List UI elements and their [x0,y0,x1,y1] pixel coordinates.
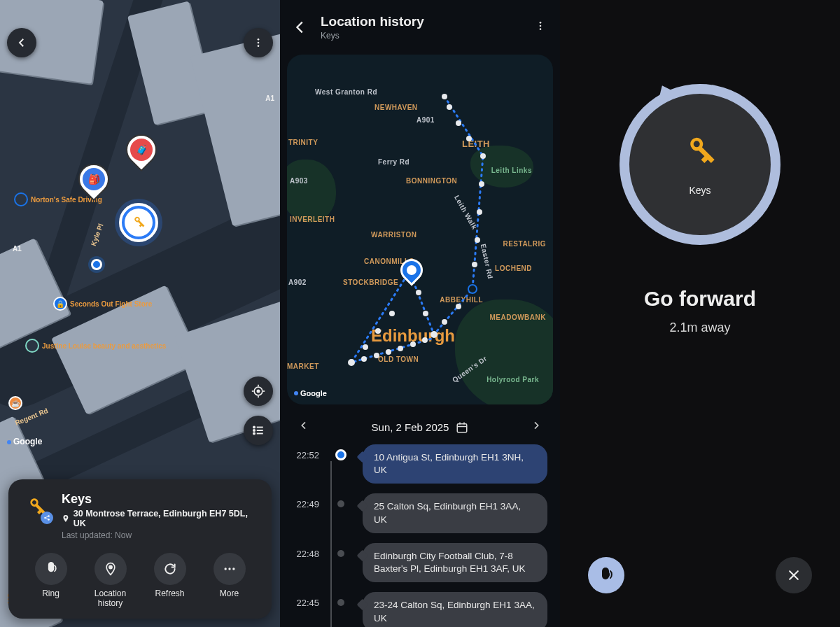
overflow-menu-button[interactable] [531,16,550,38]
page-subtitle: Keys [321,31,424,41]
tag-pin-suitcase[interactable]: 🧳 [120,128,163,171]
road-label-a1: A1 [13,245,22,253]
google-attribution: Google [7,437,42,446]
svg-point-13 [253,432,255,434]
header: Location history Keys [280,0,560,48]
page-title: Location history [321,14,424,29]
google-attribution: Google [294,389,327,397]
svg-point-28 [466,136,472,141]
svg-point-17 [48,519,50,521]
svg-point-36 [442,319,447,325]
user-location-dot [91,259,102,270]
calendar-icon[interactable] [456,421,468,434]
pin-icon [62,514,70,523]
poi-cafe[interactable]: ☕ [8,396,22,410]
tag-pin-keys-selected[interactable] [119,203,158,242]
svg-point-49 [422,337,428,343]
svg-point-43 [348,359,355,366]
svg-point-19 [224,568,226,570]
last-updated: Last updated: Now [62,530,259,540]
key-icon [21,492,52,523]
svg-point-2 [258,45,260,47]
svg-point-46 [386,349,391,355]
tag-name: Keys [689,185,710,196]
direction-instruction: Go forward [644,287,756,311]
svg-point-21 [232,568,234,570]
back-button[interactable] [7,28,36,57]
svg-rect-50 [458,423,468,432]
ring-action[interactable]: Ring [25,553,77,609]
next-day-button[interactable] [524,416,549,439]
road-label-a1b: A1 [265,94,274,102]
svg-point-18 [108,566,111,569]
svg-point-0 [258,38,260,41]
svg-point-48 [410,341,416,347]
date-selector: Sun, 2 Feb 2025 [280,404,560,444]
svg-point-30 [479,181,484,187]
direction-compass: Keys [620,84,780,245]
poi-justine[interactable]: Justine Louise beauty and aesthetics [25,339,166,353]
svg-point-25 [442,94,447,99]
close-button[interactable] [776,557,812,593]
svg-point-33 [472,262,477,267]
timeline-entry[interactable]: 22:52 10 Antigua St, Edinburgh EH1 3NH, … [293,444,547,484]
device-info-card: Keys 30 Montrose Terrace, Edinburgh EH7 … [8,479,272,619]
timeline-entry[interactable]: 22:48 Edinburgh City Football Club, 7-8 … [293,543,547,582]
ring-button[interactable] [588,557,624,593]
close-icon [787,568,801,582]
svg-point-20 [228,568,230,570]
svg-point-39 [416,290,421,295]
distance-label: 2.1m away [669,320,730,335]
svg-point-32 [475,237,480,243]
svg-point-29 [480,153,486,159]
share-badge-icon [41,512,53,524]
device-name: Keys [62,492,259,507]
device-map-screen: A1 A1 Kyle Pl Regent Rd Norton's Safe Dr… [0,0,280,627]
svg-point-41 [375,328,381,334]
svg-point-37 [430,331,438,338]
svg-point-47 [398,346,403,351]
timeline-entry[interactable]: 22:45 23-24 Calton Sq, Edinburgh EH1 3AA… [293,592,547,627]
svg-point-40 [389,311,395,316]
svg-point-15 [44,517,46,519]
more-action[interactable]: More [204,553,255,609]
back-button[interactable] [290,17,311,38]
svg-point-42 [363,344,368,350]
selected-date: Sun, 2 Feb 2025 [372,421,449,433]
svg-point-24 [540,28,542,30]
key-icon [681,133,719,171]
track-path [287,55,553,404]
list-view-button[interactable] [244,416,273,445]
svg-point-45 [374,353,379,358]
refresh-action[interactable]: Refresh [144,553,196,609]
overflow-menu-button[interactable] [244,28,273,57]
location-history-action[interactable]: Location history [85,553,136,609]
locate-me-button[interactable] [244,376,273,406]
svg-point-31 [477,209,482,215]
svg-point-23 [540,25,542,27]
svg-point-22 [540,22,542,24]
prev-day-button[interactable] [291,416,316,439]
device-address: 30 Montrose Terrace, Edinburgh EH7 5DL, … [62,509,259,528]
svg-point-9 [253,426,255,428]
svg-point-44 [361,356,367,362]
poi-seconds[interactable]: 🔒 Seconds Out Fight Store [53,297,152,311]
svg-point-38 [423,311,428,316]
timeline-entry[interactable]: 22:49 25 Calton Sq, Edinburgh EH1 3AA, U… [293,493,547,533]
svg-point-35 [456,304,461,309]
road-label-kyle: Kyle Pl [90,223,105,247]
svg-point-11 [253,430,255,431]
svg-point-16 [48,516,50,518]
svg-point-4 [257,390,259,392]
svg-point-1 [258,42,260,44]
svg-point-27 [456,120,461,126]
location-history-screen: Location history Keys NEWHAVEN TRINITY L… [280,0,560,627]
history-map[interactable]: NEWHAVEN TRINITY LEITH BONNINGTON INVERL… [287,55,553,404]
secondary-marker [468,284,477,294]
key-icon [131,215,146,230]
find-nearby-screen: Keys Go forward 2.1m away [560,0,840,627]
svg-point-26 [447,104,452,110]
timeline-list: 22:52 10 Antigua St, Edinburgh EH1 3NH, … [280,444,560,627]
